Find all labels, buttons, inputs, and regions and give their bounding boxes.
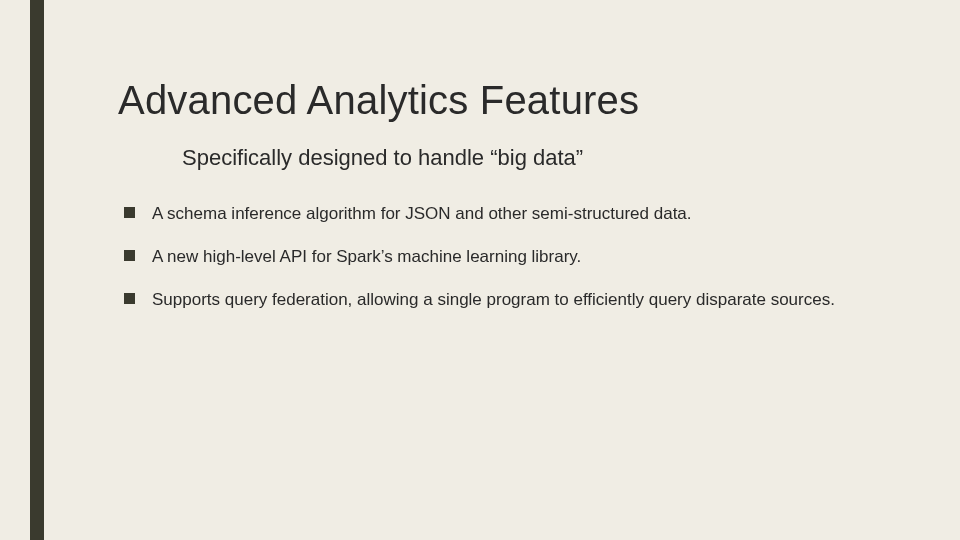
bullet-text: Supports query federation, allowing a si…	[152, 289, 870, 312]
square-bullet-icon	[124, 250, 135, 261]
square-bullet-icon	[124, 293, 135, 304]
slide-title: Advanced Analytics Features	[118, 78, 870, 123]
accent-bar	[30, 0, 44, 540]
list-item: Supports query federation, allowing a si…	[124, 289, 870, 312]
list-item: A schema inference algorithm for JSON an…	[124, 203, 870, 226]
slide-subtitle: Specifically designed to handle “big dat…	[182, 145, 870, 171]
square-bullet-icon	[124, 207, 135, 218]
bullet-list: A schema inference algorithm for JSON an…	[118, 203, 870, 312]
slide-content: Advanced Analytics Features Specifically…	[0, 0, 960, 312]
bullet-text: A schema inference algorithm for JSON an…	[152, 203, 870, 226]
bullet-text: A new high-level API for Spark’s machine…	[152, 246, 870, 269]
list-item: A new high-level API for Spark’s machine…	[124, 246, 870, 269]
